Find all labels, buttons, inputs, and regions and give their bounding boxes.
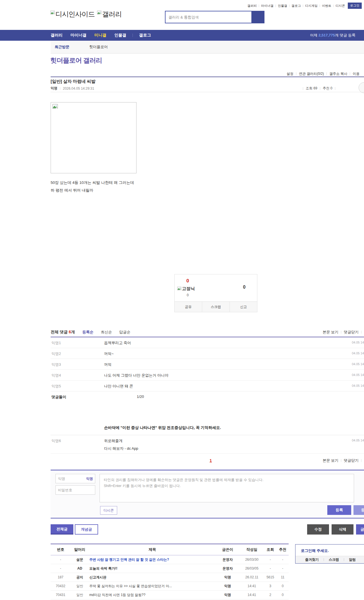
edit-button[interactable]: 수정 xyxy=(307,524,329,535)
post-link[interactable]: 주변 사람 잘 챙기고 인맥 관리 잘 할 것 같은 스타는? xyxy=(89,558,169,562)
comment-submit-button[interactable]: 등록 xyxy=(327,505,351,515)
search-button[interactable] xyxy=(251,11,264,23)
comments-total-label: 전체 댓글 xyxy=(51,330,68,334)
login-box: 로그인해 주세요. 즐겨찾기 스크랩 알림 xyxy=(295,544,364,564)
downvote-count: 0 xyxy=(241,285,248,290)
recent-visit-gallery-link[interactable]: 힛더플로어 xyxy=(89,44,108,50)
notification-link[interactable]: 알림 xyxy=(339,557,356,562)
scrap-link[interactable]: 스크랩 xyxy=(319,557,339,562)
comments-total-count: 6 xyxy=(69,330,71,334)
comment-author: 익명1 xyxy=(51,340,61,346)
ad-text[interactable]: 손바닥에 "이런 증상 나타나면" 위암 전조증상입니다, 꼭 기억하세요. xyxy=(104,425,221,430)
post-body-line: 하 평전 에서 뛰어 내릴까 xyxy=(51,186,134,194)
yesterday-suffix: 개 댓글 등록 xyxy=(335,33,355,37)
post-category: 공지 xyxy=(71,573,89,582)
sort-registered[interactable]: 등록순 xyxy=(82,330,94,335)
dccon-button[interactable]: 디시콘 xyxy=(100,506,117,515)
write-button[interactable]: 글쓰기 xyxy=(356,524,364,535)
scrap-button[interactable]: 스크랩 xyxy=(202,302,229,312)
post-date: 26/03/05 xyxy=(240,564,264,573)
nav-divider xyxy=(133,34,133,37)
copy-gallery-url-link[interactable]: 갤주소 복사 xyxy=(324,71,347,76)
comment-row: 익명3 꺼억 04.05 14 xyxy=(51,359,364,370)
nav-item-gallog[interactable]: 갤로그 xyxy=(139,33,151,38)
post-number: 70431 xyxy=(51,591,71,599)
comments-total: 전체 댓글 6개 xyxy=(51,330,75,335)
post-date: 26.02.11 xyxy=(240,573,264,582)
report-button[interactable]: 신고 xyxy=(229,302,257,312)
separator xyxy=(341,331,341,334)
gallery-settings-link[interactable]: 설정 xyxy=(287,71,293,76)
yesterday-prefix: 어제 xyxy=(310,33,318,37)
all-posts-button[interactable]: 전체글 xyxy=(51,524,73,535)
comment-row: 익명2 꺼억~ 04.05 14 xyxy=(51,348,364,359)
sort-newest[interactable]: 최신순 xyxy=(101,330,112,335)
post-view-count: 조회 69 xyxy=(306,86,317,91)
post-link[interactable]: 오늘의 숙박 특가!! xyxy=(89,566,117,570)
comment-text: 꺼억~ xyxy=(104,351,114,356)
search-input[interactable] xyxy=(165,11,251,23)
comment-textarea[interactable] xyxy=(100,474,354,502)
top-link-gallog[interactable]: 갤로그 xyxy=(287,4,301,8)
favorites-link[interactable]: 즐겨찾기 xyxy=(305,557,319,562)
search-bar xyxy=(165,11,264,23)
recent-visit-label[interactable]: 최근방문 xyxy=(55,44,69,50)
gallery-settings-links: 설정 연관 갤러리(0/2) 갤주소 복사 이용 xyxy=(287,71,359,76)
nav-item-mini-gallery[interactable]: 미니갤 xyxy=(94,33,106,38)
nav-item-person-gallery[interactable]: 인물갤 xyxy=(114,33,126,38)
comment-text: 옵젝뿌리고 죽어 xyxy=(104,340,131,346)
comment-submit-button-secondary[interactable]: 등록 xyxy=(353,505,364,515)
site-logo[interactable]: 디시인사이드 갤러리 xyxy=(50,10,122,19)
delete-button[interactable]: 삭제 xyxy=(332,524,353,535)
top-link-person-gallery[interactable]: 인물갤 xyxy=(274,4,287,8)
post-category: 일반 xyxy=(71,591,89,599)
top-link-dcgame[interactable]: 디시게임 xyxy=(301,4,318,8)
main-nav: 갤러리 마이너갤 미니갤 인물갤 갤로그 어제 2,517,775개 댓글 등록 xyxy=(0,30,364,41)
post-number: - xyxy=(51,555,71,564)
view-body-link[interactable]: 본문 보기 xyxy=(322,458,338,463)
sort-reply[interactable]: 답글순 xyxy=(119,330,131,335)
close-comments-link[interactable]: 댓글닫기 xyxy=(344,458,359,463)
concept-posts-button[interactable]: 개념글 xyxy=(75,524,98,535)
page-number-1[interactable]: 1 xyxy=(208,458,213,463)
close-comments-link[interactable]: 댓글닫기 xyxy=(344,330,359,335)
top-link-dccon[interactable]: 디시콘 xyxy=(331,4,345,8)
top-link-event[interactable]: 이벤트 xyxy=(318,4,331,8)
view-body-link[interactable]: 본문 보기 xyxy=(322,330,338,335)
post-recommend: 0 xyxy=(277,591,289,599)
post-link[interactable]: 신고게시판 xyxy=(89,575,106,579)
password-input[interactable] xyxy=(55,485,95,495)
post-author: 익명 xyxy=(216,573,240,582)
top-link-minor-gallery[interactable]: 마이너갤 xyxy=(257,4,274,8)
share-button[interactable]: 공유 xyxy=(175,302,202,312)
separator xyxy=(341,459,341,462)
post-link[interactable]: md마감 직전에 사면 1등 당첨 잘됨?? xyxy=(89,593,145,597)
comment-shortcut-button[interactable] xyxy=(359,82,364,93)
login-button[interactable]: 로그인 xyxy=(348,3,362,9)
col-date: 작성일 xyxy=(240,544,264,555)
related-gallery-link[interactable]: 연관 갤러리(0/2) xyxy=(293,71,324,76)
post-author: 익명 xyxy=(51,86,57,91)
comment-author: 익명2 xyxy=(51,351,61,356)
nav-item-gallery[interactable]: 갤러리 xyxy=(51,33,63,38)
comment-time: 04.05 14 xyxy=(352,352,364,355)
post-category: AD xyxy=(71,564,89,573)
top-link-gallery[interactable]: 갤러리 xyxy=(247,4,257,8)
comment-text: 나만 아니면 돼 콘 xyxy=(104,384,133,389)
separator xyxy=(361,459,361,462)
top-utility-bar: 갤러리 마이너갤 인물갤 갤로그 디시게임 이벤트 디시콘 로그인 xyxy=(247,3,362,9)
separator xyxy=(320,87,320,90)
post-list-table: 번호 말머리 제목 글쓴이 작성일 조회 추천 - 설문 주변 사람 잘 챙기고… xyxy=(51,544,289,600)
post-recommend: - xyxy=(277,555,289,564)
nav-item-minor-gallery[interactable]: 마이너갤 xyxy=(71,33,86,38)
usage-guide-link[interactable]: 이용 xyxy=(347,71,359,76)
gallery-title[interactable]: 힛더플로어 갤러리 xyxy=(50,56,102,65)
post-author: 운영자 xyxy=(216,555,240,564)
yesterday-comment-count: 어제 2,517,775개 댓글 등록 xyxy=(310,33,355,38)
password-field-wrap xyxy=(55,485,95,495)
post-link[interactable]: 주딱 쫓 싫어하는 이유 >> 사실 쫓 연습생이었던거 아... xyxy=(89,584,172,588)
table-row: 187 공지 신고게시판 익명 26.02.11 5615 11 xyxy=(51,573,289,582)
nickname-field-wrap: 익명 xyxy=(55,474,95,483)
broken-image-icon xyxy=(50,11,55,15)
comment-row: 익명5 나만 아니면 돼 콘 04.05 14 xyxy=(51,381,364,391)
